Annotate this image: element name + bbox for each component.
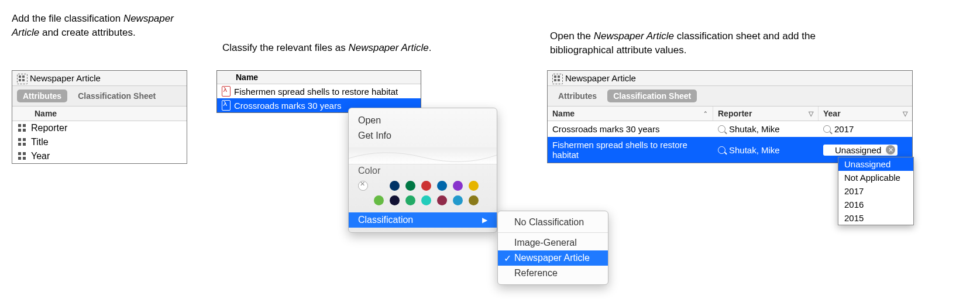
attribute-row[interactable]: Year bbox=[12, 149, 187, 163]
tab-attributes[interactable]: Attributes bbox=[552, 90, 603, 102]
classification-panel: Newspaper Article Attributes Classificat… bbox=[12, 70, 187, 164]
color-swatch[interactable] bbox=[469, 181, 479, 191]
search-icon bbox=[823, 125, 831, 133]
color-swatch[interactable] bbox=[453, 195, 463, 205]
color-swatch[interactable] bbox=[405, 195, 415, 205]
table-row[interactable]: Crossroads marks 30 years Shutak, Mike 2… bbox=[548, 121, 912, 137]
attribute-icon bbox=[18, 152, 26, 160]
color-swatch[interactable] bbox=[421, 181, 431, 191]
menu-item-open[interactable]: Open bbox=[349, 113, 497, 128]
attribute-icon bbox=[18, 138, 26, 146]
column-header-name[interactable]: Name ⌃ bbox=[548, 106, 713, 121]
classification-icon bbox=[17, 74, 26, 83]
clear-button[interactable]: ✕ bbox=[886, 145, 895, 154]
search-icon bbox=[718, 146, 725, 154]
tab-classification-sheet[interactable]: Classification Sheet bbox=[72, 90, 161, 102]
submenu-item-no-classification[interactable]: No Classification bbox=[498, 215, 608, 230]
attribute-icon bbox=[18, 124, 26, 132]
color-picker bbox=[349, 177, 497, 209]
submenu-arrow-icon: ▶ bbox=[482, 216, 487, 224]
sheet-title: Newspaper Article bbox=[548, 71, 912, 86]
attribute-row[interactable]: Title bbox=[12, 135, 187, 149]
submenu-item-image-general[interactable]: Image-General bbox=[498, 235, 608, 250]
classification-icon bbox=[552, 74, 562, 83]
file-list: Name Fishermen spread shells to restore … bbox=[216, 70, 421, 113]
attribute-row[interactable]: Reporter bbox=[12, 121, 187, 135]
classification-submenu: No Classification Image-General Newspape… bbox=[497, 211, 608, 285]
color-swatch[interactable] bbox=[453, 181, 463, 191]
color-swatch[interactable] bbox=[390, 181, 400, 191]
color-swatch[interactable] bbox=[469, 195, 479, 205]
column-header-reporter[interactable]: Reporter ▽ bbox=[713, 106, 819, 121]
year-cell-editor[interactable]: Unassigned ✕ bbox=[823, 145, 898, 156]
color-swatch[interactable] bbox=[421, 195, 431, 205]
color-swatch[interactable] bbox=[437, 195, 447, 205]
classification-sheet: Newspaper Article Attributes Classificat… bbox=[547, 70, 913, 163]
file-row[interactable]: Fishermen spread shells to restore habit… bbox=[217, 84, 421, 98]
dropdown-option[interactable]: 2016 bbox=[838, 198, 913, 211]
dropdown-option[interactable]: 2017 bbox=[838, 184, 913, 198]
filter-icon[interactable]: ▽ bbox=[809, 110, 813, 118]
menu-gap bbox=[349, 147, 497, 164]
menu-label-color: Color bbox=[349, 164, 497, 177]
filter-icon[interactable]: ▽ bbox=[903, 110, 907, 118]
tab-attributes[interactable]: Attributes bbox=[17, 90, 67, 102]
panel-title: Newspaper Article bbox=[12, 71, 187, 86]
submenu-item-newspaper-article[interactable]: Newspaper Article bbox=[498, 250, 608, 266]
submenu-item-reference[interactable]: Reference bbox=[498, 266, 608, 281]
search-icon bbox=[825, 146, 833, 154]
color-swatch[interactable] bbox=[405, 181, 415, 191]
tab-classification-sheet[interactable]: Classification Sheet bbox=[607, 90, 697, 102]
color-swatch[interactable] bbox=[390, 195, 400, 205]
dropdown-option[interactable]: Unassigned bbox=[838, 157, 913, 171]
menu-item-classification[interactable]: Classification ▶ bbox=[349, 212, 497, 228]
caption-panel1: Add the file classification Newspaper Ar… bbox=[12, 12, 187, 40]
caption-panel2: Classify the relevant files as Newspaper… bbox=[222, 41, 527, 55]
context-menu: Open Get Info Color bbox=[348, 108, 497, 233]
caption-panel3: Open the Newspaper Article classificatio… bbox=[550, 29, 843, 57]
menu-item-get-info[interactable]: Get Info bbox=[349, 128, 497, 143]
column-header-name[interactable]: Name bbox=[12, 106, 187, 121]
pdf-icon bbox=[222, 100, 231, 111]
pdf-icon bbox=[222, 86, 231, 97]
color-swatch-none[interactable] bbox=[358, 181, 368, 191]
year-dropdown: Unassigned Not Applicable 2017 2016 2015 bbox=[838, 157, 914, 225]
search-icon bbox=[718, 125, 725, 133]
column-header-name[interactable]: Name bbox=[217, 71, 421, 84]
dropdown-option[interactable]: 2015 bbox=[838, 211, 913, 225]
sort-indicator-icon: ⌃ bbox=[703, 111, 708, 116]
column-header-year[interactable]: Year ▽ bbox=[819, 106, 912, 121]
color-swatch[interactable] bbox=[437, 181, 447, 191]
color-swatch[interactable] bbox=[374, 181, 384, 191]
dropdown-option[interactable]: Not Applicable bbox=[838, 171, 913, 184]
color-swatch[interactable] bbox=[374, 195, 384, 205]
